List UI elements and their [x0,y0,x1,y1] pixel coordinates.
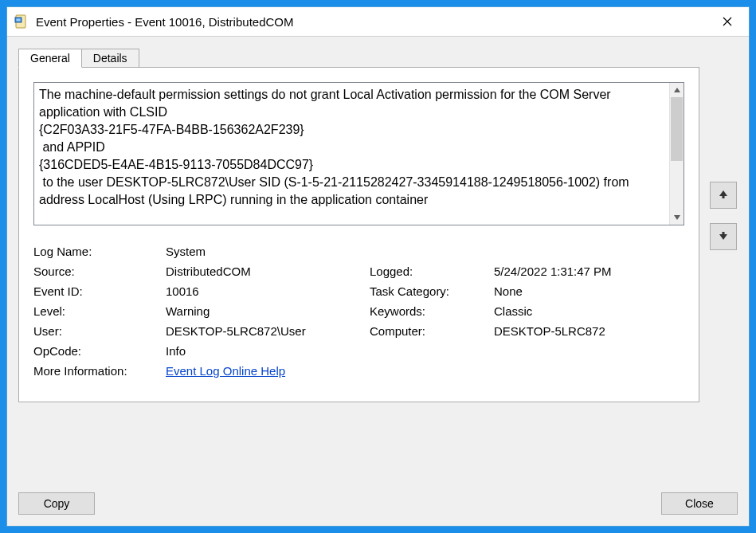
tab-details[interactable]: Details [81,49,139,68]
arrow-down-icon [717,229,730,245]
label-level: Level: [33,304,161,318]
previous-event-button[interactable] [710,182,737,209]
window-title: Event Properties - Event 10016, Distribu… [36,15,709,29]
description-box: The machine-default permission settings … [33,82,684,225]
copy-button[interactable]: Copy [18,492,95,515]
event-details-grid: Log Name: System Source: DistributedCOM … [33,245,684,378]
arrow-up-icon [717,188,730,203]
svg-rect-3 [723,195,725,198]
value-event-id: 10016 [166,284,365,298]
label-task-category: Task Category: [370,284,489,298]
next-event-button[interactable] [710,223,737,250]
scroll-thumb[interactable] [671,97,683,161]
value-logged: 5/24/2022 1:31:47 PM [494,265,684,278]
event-log-help-link[interactable]: Event Log Online Help [166,364,285,378]
value-user: DESKTOP-5LRC872\User [166,324,365,338]
event-nav-column [709,46,738,250]
value-opcode: Info [166,344,684,358]
value-more-info: Event Log Online Help [166,364,684,378]
tab-strip: General Details [18,46,699,67]
scroll-up-arrow-icon[interactable] [670,83,684,97]
client-area: General Details The machine-default perm… [7,36,749,526]
tab-page-general: The machine-default permission settings … [18,67,699,402]
description-text[interactable]: The machine-default permission settings … [34,83,669,225]
value-keywords: Classic [494,304,684,318]
scroll-down-arrow-icon[interactable] [670,210,684,225]
button-bar: Copy Close [18,492,738,515]
tab-details-label: Details [93,52,127,65]
titlebar: Event Properties - Event 10016, Distribu… [7,7,749,36]
label-opcode: OpCode: [33,344,161,358]
label-logged: Logged: [370,265,489,278]
value-source: DistributedCOM [166,265,365,278]
event-properties-window: Event Properties - Event 10016, Distribu… [6,6,750,527]
value-log-name: System [166,245,684,258]
value-level: Warning [166,304,365,318]
label-source: Source: [33,265,161,278]
tab-general[interactable]: General [18,49,82,68]
value-task-category: None [494,284,684,298]
description-scrollbar[interactable] [669,83,684,225]
svg-rect-2 [17,19,21,22]
tab-general-label: General [30,52,70,65]
label-log-name: Log Name: [33,245,161,258]
app-icon [14,14,29,29]
label-computer: Computer: [370,324,489,338]
label-keywords: Keywords: [370,304,489,318]
label-event-id: Event ID: [33,284,161,298]
close-window-button[interactable] [709,10,746,33]
label-user: User: [33,324,161,338]
close-button[interactable]: Close [661,492,738,515]
label-more-info: More Information: [33,364,161,378]
value-computer: DESKTOP-5LRC872 [494,324,684,338]
